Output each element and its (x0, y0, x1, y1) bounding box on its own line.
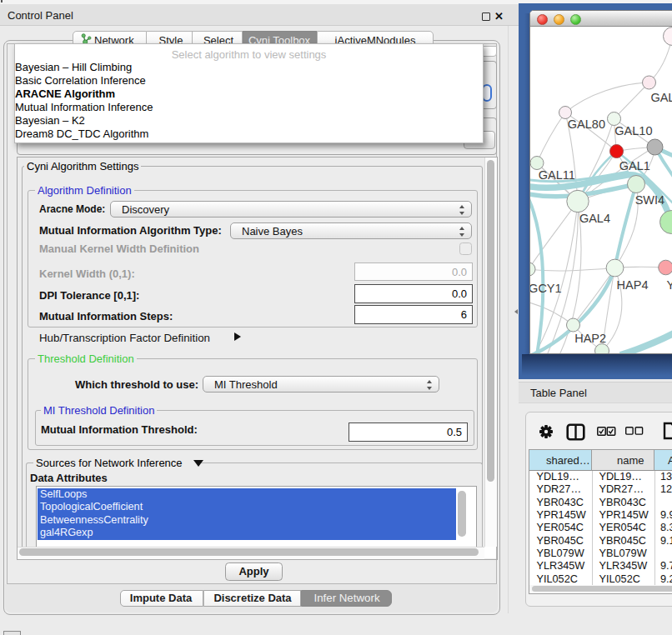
svg-text:HAP4: HAP4 (617, 278, 649, 292)
svg-text:GCY1: GCY1 (530, 282, 562, 295)
svg-text:GAL11: GAL11 (539, 168, 575, 182)
svg-text:SWI4: SWI4 (635, 193, 664, 207)
svg-text:HAP2: HAP2 (574, 332, 606, 345)
svg-text:GAL4: GAL4 (579, 212, 610, 225)
svg-text:GAL80: GAL80 (568, 118, 605, 131)
svg-text:YMR: YMR (666, 278, 672, 292)
svg-text:GAL7: GAL7 (650, 91, 672, 104)
svg-text:GAL1: GAL1 (619, 159, 650, 172)
svg-text:GAL10: GAL10 (614, 124, 652, 138)
